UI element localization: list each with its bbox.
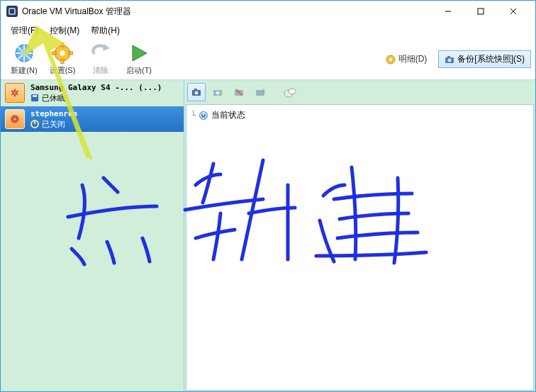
vm-list-panel: ✲ Samsung Galaxy S4 -... (...) 已休眠 ❂ ste…: [1, 80, 184, 392]
new-vm-button[interactable]: 新建(N): [5, 40, 43, 79]
take-snapshot-button[interactable]: [187, 83, 206, 101]
vm-state: 已关闭: [30, 119, 77, 129]
discard-label: 清除: [93, 65, 108, 76]
current-state-label: 当前状态: [211, 109, 245, 121]
vm-state-label: 已关闭: [42, 119, 65, 129]
window-title: Oracle VM VirtualBox 管理器: [22, 6, 432, 18]
clone-button[interactable]: [281, 83, 299, 101]
settings-button[interactable]: 设置(S): [43, 40, 82, 79]
details-label: 明细(D): [398, 53, 428, 65]
svg-rect-13: [61, 60, 64, 64]
vm-name: stephenren: [30, 109, 77, 119]
snapshot-action-3[interactable]: [251, 83, 269, 101]
svg-point-28: [195, 91, 199, 95]
main-toolbar: 新建(N) 设置(S) 清除 启动(T) 明细(D) 备份[系统快照](S): [1, 39, 535, 80]
svg-point-19: [389, 58, 392, 61]
svg-rect-14: [52, 52, 56, 55]
tree-elbow-icon: └: [191, 111, 196, 121]
window-controls: [432, 1, 530, 22]
svg-rect-12: [61, 43, 64, 47]
svg-rect-29: [194, 89, 197, 91]
vm-name: Samsung Galaxy S4 -... (...): [30, 83, 162, 93]
start-button[interactable]: 启动(T): [120, 40, 158, 79]
svg-rect-15: [69, 52, 73, 55]
main-body: ✲ Samsung Galaxy S4 -... (...) 已休眠 ❂ ste…: [1, 80, 535, 392]
vm-state-label: 已休眠: [42, 93, 65, 103]
app-icon: [6, 6, 18, 17]
vm-row-selected[interactable]: ❂ stephenren 已关闭: [1, 106, 184, 133]
saved-icon: [30, 94, 39, 102]
vm-state: 已休眠: [30, 93, 162, 103]
svg-point-21: [448, 58, 452, 62]
snapshot-action-2[interactable]: [230, 83, 248, 101]
snapshot-toolbar: [184, 80, 535, 104]
svg-point-9: [21, 50, 28, 57]
minimize-button[interactable]: [432, 1, 464, 22]
svg-point-37: [289, 89, 296, 94]
menu-file[interactable]: 管理(F): [5, 23, 44, 38]
svg-marker-17: [133, 45, 147, 61]
os-icon: ✲: [5, 83, 25, 103]
new-icon: [13, 43, 35, 64]
menu-control[interactable]: 控制(M): [44, 23, 85, 38]
svg-rect-1: [478, 9, 484, 14]
camera-icon: [445, 55, 454, 65]
vm-info: stephenren 已关闭: [30, 109, 77, 130]
new-label: 新建(N): [11, 65, 37, 76]
menu-help[interactable]: 帮助(H): [85, 23, 125, 38]
gear-icon: [52, 43, 73, 64]
snapshot-action-1[interactable]: [208, 83, 227, 101]
os-icon: ❂: [5, 109, 25, 129]
state-icon: [199, 111, 208, 121]
details-button[interactable]: 明细(D): [381, 52, 432, 67]
menu-bar: 管理(F) 控制(M) 帮助(H): [1, 22, 535, 39]
close-button[interactable]: [497, 1, 530, 22]
svg-rect-24: [33, 95, 37, 97]
svg-rect-22: [447, 56, 450, 58]
svg-point-11: [60, 50, 65, 56]
svg-marker-16: [103, 44, 110, 51]
details-icon: [386, 55, 396, 65]
window-titlebar: Oracle VM VirtualBox 管理器: [1, 1, 535, 22]
snapshot-tree: └ 当前状态: [186, 104, 534, 391]
vm-info: Samsung Galaxy S4 -... (...) 已休眠: [30, 83, 162, 103]
start-label: 启动(T): [126, 65, 152, 76]
snapshot-label: 备份[系统快照](S): [457, 53, 525, 65]
discard-icon: [90, 43, 111, 64]
details-panel: └ 当前状态: [184, 80, 535, 392]
vm-row[interactable]: ✲ Samsung Galaxy S4 -... (...) 已休眠: [1, 80, 184, 106]
snapshot-button[interactable]: 备份[系统快照](S): [438, 50, 531, 68]
settings-label: 设置(S): [50, 65, 76, 76]
discard-button[interactable]: 清除: [82, 40, 120, 79]
snapshot-current-state[interactable]: └ 当前状态: [191, 109, 529, 121]
maximize-button[interactable]: [464, 1, 497, 22]
svg-point-31: [216, 91, 220, 95]
poweroff-icon: [30, 120, 39, 128]
start-icon: [128, 43, 150, 64]
